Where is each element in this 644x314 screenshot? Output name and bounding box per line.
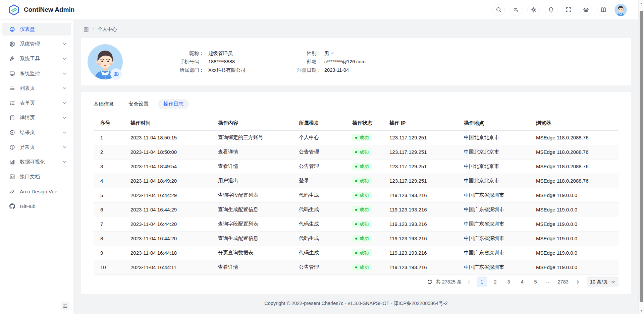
sidebar-item-form[interactable]: 表单页: [2, 97, 71, 109]
page-size-select[interactable]: 10 条/页: [587, 276, 619, 287]
sidebar-item-exception[interactable]: 异常页: [2, 141, 71, 153]
sidebar-item-result[interactable]: 结果页: [2, 126, 71, 139]
sidebar-item-label: 结果页: [20, 129, 62, 136]
table-cell: 查询字段配置列表: [211, 188, 292, 202]
table-cell: 中国北京北京市: [457, 159, 529, 174]
profile-field: 手机号码：188****8888: [160, 58, 282, 66]
menu-fold-icon: [63, 304, 68, 309]
status-dot-icon: [355, 166, 357, 168]
breadcrumb-current: 个人中心: [98, 26, 117, 33]
page-button-4[interactable]: 4: [517, 276, 528, 287]
sidebar-item-list[interactable]: 列表页: [2, 82, 71, 95]
tab-security-settings[interactable]: 安全设置: [128, 101, 149, 107]
table-cell: 6: [94, 202, 124, 217]
table-cell: 中国广东省深圳市: [457, 217, 529, 231]
footer: Copyright © 2022-present Charles7c · v1.…: [81, 294, 631, 307]
sidebar-item-api[interactable]: 接口文档: [2, 170, 71, 183]
page-button-5[interactable]: 5: [530, 276, 541, 287]
table-cell: 中国广东省深圳市: [457, 202, 529, 217]
chevron-down-icon: [611, 280, 615, 284]
table-cell: 2023-11-04 18:49:54: [124, 159, 211, 174]
change-avatar-button[interactable]: [110, 68, 122, 80]
table-cell: 分页查询数据表: [211, 246, 292, 260]
sidebar-item-tool[interactable]: 系统工具: [2, 52, 71, 65]
list-icon: [9, 85, 15, 91]
sidebar-item-chart[interactable]: 数据可视化: [2, 155, 71, 168]
sidebar-item-monitor[interactable]: 系统监控: [2, 67, 71, 80]
table-cell: 2023-11-04 16:44:18: [124, 246, 211, 260]
page-button-2783[interactable]: 2783: [556, 276, 571, 287]
status-cell: 成功: [345, 188, 383, 202]
table-cell: MSEdge 119.0.0.0: [529, 246, 619, 260]
scrollbar-thumb[interactable]: [640, 11, 643, 302]
table-cell: 119.123.193.216: [383, 202, 457, 217]
page-button-3[interactable]: 3: [503, 276, 514, 287]
next-page-button[interactable]: [573, 276, 583, 287]
scroll-down-arrow[interactable]: ▼: [639, 308, 644, 313]
user-avatar-small[interactable]: [614, 4, 627, 16]
chevron-down-icon: [62, 145, 67, 149]
field-label: 手机号码：: [160, 58, 204, 66]
status-dot-icon: [355, 266, 357, 268]
profile-field: 昵称：超级管理员: [160, 49, 282, 58]
tab-basic-info[interactable]: 基础信息: [94, 101, 114, 107]
table-cell: 10: [94, 260, 124, 274]
table-cell: 用户退出: [211, 174, 292, 188]
header-actions: 文A: [492, 4, 627, 16]
sidebar-item-detail[interactable]: 详情页: [2, 111, 71, 124]
breadcrumb: / 个人中心: [83, 26, 631, 33]
page-button-1[interactable]: 1: [477, 276, 487, 287]
status-dot-icon: [355, 151, 357, 153]
sidebar-item-label: 列表页: [20, 85, 62, 91]
column-header: 浏览器: [529, 116, 619, 130]
table-cell: MSEdge 119.0.0.0: [529, 188, 619, 202]
table-cell: 查看详情: [211, 260, 292, 274]
page-ellipsis[interactable]: ···: [544, 279, 553, 285]
profile-field: 注册日期：2023-11-04: [282, 66, 366, 74]
status-dot-icon: [355, 137, 357, 139]
refresh-button[interactable]: [427, 279, 432, 285]
sidebar-item-settings-gear[interactable]: 系统管理: [2, 38, 71, 50]
page-button-2[interactable]: 2: [490, 276, 501, 287]
prev-page-button[interactable]: [465, 276, 474, 287]
result-icon: [9, 130, 15, 135]
page-scrollbar[interactable]: ▲ ▼: [638, 0, 644, 314]
scroll-up-arrow[interactable]: ▲: [639, 1, 644, 6]
user-avatar-large[interactable]: [88, 44, 123, 79]
table-cell: 查看详情: [211, 159, 292, 174]
search-button[interactable]: [492, 4, 505, 16]
table-row: 92023-11-04 16:44:18分页查询数据表代码生成成功119.123…: [94, 246, 619, 260]
apps-grid-icon[interactable]: [83, 26, 89, 32]
table-cell: 3: [94, 159, 124, 174]
sidebar-menu: 仪表盘系统管理系统工具系统监控列表页表单页详情页结果页异常页数据可视化接口文档A…: [0, 20, 74, 314]
app-title: ContiNew Admin: [24, 6, 74, 13]
operation-log-table: 序号操作时间操作内容所属模块操作状态操作 IP操作地点浏览器 12023-11-…: [94, 116, 619, 275]
profile-card: 昵称：超级管理员手机号码：188****8888所属部门：Xxx科技有限公司 性…: [81, 38, 631, 85]
chevron-down-icon: [62, 101, 67, 105]
gear-icon: [583, 7, 589, 13]
chart-icon: [9, 159, 15, 165]
sidebar-collapse-button[interactable]: [61, 302, 69, 310]
status-badge: 成功: [352, 177, 372, 185]
table-cell: 代码生成: [292, 202, 345, 217]
fullscreen-icon: [566, 7, 572, 13]
sidebar-item-label: 异常页: [20, 144, 62, 150]
docs-button[interactable]: [597, 4, 609, 16]
table-cell: 公告管理: [292, 159, 345, 174]
pagination-total: 共 27825 条: [436, 279, 462, 285]
sidebar-item-link[interactable]: Arco Design Vue: [2, 185, 71, 198]
app-logo[interactable]: ContiNew Admin: [8, 4, 74, 16]
fullscreen-button[interactable]: [562, 4, 575, 16]
search-icon: [496, 7, 502, 13]
table-cell: 个人中心: [292, 130, 345, 145]
bell-icon: [548, 7, 554, 13]
sidebar-item-github[interactable]: GitHub: [2, 200, 71, 212]
status-cell: 成功: [345, 202, 383, 217]
theme-button[interactable]: [527, 4, 540, 16]
table-cell: 代码生成: [292, 231, 345, 246]
settings-button[interactable]: [580, 4, 592, 16]
translate-button[interactable]: 文A: [510, 4, 522, 16]
sidebar-item-dashboard[interactable]: 仪表盘: [2, 23, 71, 36]
notifications-button[interactable]: [545, 4, 557, 16]
tab-operation-log[interactable]: 操作日志: [158, 99, 189, 109]
